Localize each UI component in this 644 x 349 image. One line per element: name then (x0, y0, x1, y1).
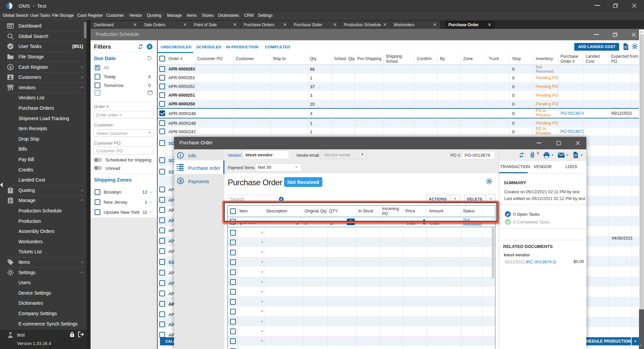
svg-text:?: ? (9, 189, 12, 193)
svg-text:$: $ (179, 179, 182, 184)
svg-text:$: $ (9, 65, 12, 69)
